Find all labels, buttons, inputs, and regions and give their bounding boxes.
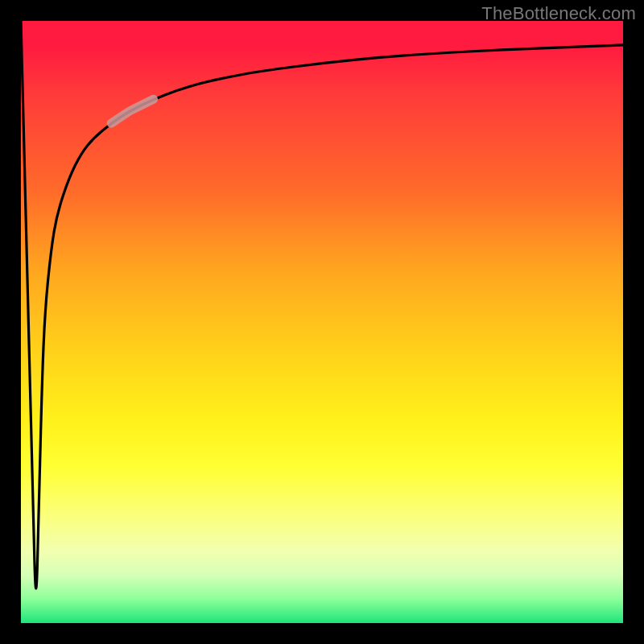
- curve-layer: [21, 21, 623, 623]
- curve-path: [21, 21, 623, 588]
- chart-stage: TheBottleneck.com: [0, 0, 644, 644]
- watermark-text: TheBottleneck.com: [481, 3, 636, 24]
- bottleneck-curve: [21, 21, 623, 588]
- curve-highlight-segment: [111, 99, 153, 123]
